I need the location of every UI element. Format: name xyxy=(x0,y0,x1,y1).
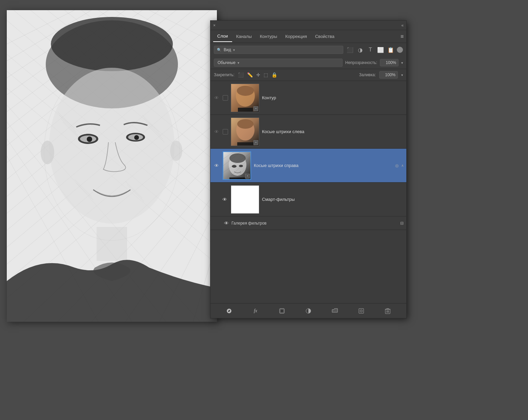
layer1-checkbox[interactable] xyxy=(223,95,228,101)
svg-point-72 xyxy=(237,119,253,129)
lock-pixels-icon[interactable]: ⬛ xyxy=(238,72,244,78)
layer2-thumb-corner: + xyxy=(253,140,258,145)
panel-close-button[interactable]: × xyxy=(213,23,216,28)
lock-label: Закрепить: xyxy=(214,72,235,77)
fx-icon[interactable]: fx xyxy=(251,306,260,316)
layers-panel: × « Слои Каналы Контуры Коррекция Свойст… xyxy=(210,20,407,318)
pixel-filter-icon[interactable]: ⬛ xyxy=(346,46,354,54)
panel-header-bar: × « xyxy=(210,21,406,30)
svg-rect-73 xyxy=(237,142,253,146)
blend-row: Обычные ▾ Непрозрачность: 100% ▾ xyxy=(210,57,406,69)
lock-position-icon[interactable]: ✏️ xyxy=(247,72,253,78)
smart-filter-icon[interactable]: 📋 xyxy=(387,46,395,54)
search-row: 🔍 Вид ▾ ⬛ ◑ T ⬜ 📋 xyxy=(210,43,406,57)
search-dropdown-label: Вид xyxy=(224,47,231,52)
svg-point-53 xyxy=(170,141,182,161)
layer2-checkbox[interactable] xyxy=(223,129,228,134)
opacity-dropdown-arrow[interactable]: ▾ xyxy=(401,61,403,65)
fill-value[interactable]: 100% xyxy=(379,71,398,79)
layer3-fx-icon: ◎ xyxy=(395,163,399,168)
svg-rect-79 xyxy=(229,177,246,179)
new-adjustment-layer-icon[interactable] xyxy=(304,306,313,316)
smart-object-name: Смарт-фильтры xyxy=(262,197,404,202)
delete-layer-icon[interactable] xyxy=(383,306,392,316)
layer-filter-dropdown[interactable]: 🔍 Вид ▾ xyxy=(214,46,343,54)
text-filter-icon[interactable]: T xyxy=(366,46,374,54)
search-icon: 🔍 xyxy=(217,48,222,52)
smart-object-thumb-content xyxy=(231,186,259,213)
opacity-label: Непрозрачность: xyxy=(345,60,377,65)
lock-crop-icon[interactable]: ⬚ xyxy=(264,72,268,78)
sketch-canvas xyxy=(7,10,217,322)
layer-item-kosye-sprava[interactable]: 👁 xyxy=(210,149,406,183)
link-layers-icon[interactable] xyxy=(224,306,234,316)
tabs-menu-icon[interactable]: ≡ xyxy=(401,34,404,40)
layer2-visibility[interactable]: 👁 xyxy=(213,129,220,134)
svg-point-44 xyxy=(49,68,175,224)
shape-filter-icon[interactable]: ⬜ xyxy=(377,46,385,54)
canvas-area xyxy=(7,10,217,322)
tab-channels[interactable]: Каналы xyxy=(232,31,256,42)
svg-point-49 xyxy=(87,136,92,142)
lock-icons: ⬛ ✏️ ✛ ⬚ 🔒 xyxy=(238,72,277,78)
smart-object-thumbnail xyxy=(231,185,259,214)
layer3-thumb-corner: + xyxy=(245,174,250,178)
add-mask-icon[interactable] xyxy=(357,306,366,316)
new-group-icon[interactable] xyxy=(330,306,340,316)
layer-item-kontur[interactable]: 👁 xyxy=(210,81,406,115)
layer2-name: Косые штрихи слева xyxy=(262,129,404,134)
layer1-visibility[interactable]: 👁 xyxy=(213,95,220,101)
lock-all-icon[interactable]: 🔒 xyxy=(271,72,277,78)
layer1-name: Контур xyxy=(262,95,404,100)
tabs-row: Слои Каналы Контуры Коррекция Свойства ≡ xyxy=(210,30,406,43)
layer-type-icons: ⬛ ◑ T ⬜ 📋 xyxy=(346,46,403,54)
layer1-eye-icon[interactable]: 👁 xyxy=(214,95,219,101)
svg-rect-69 xyxy=(238,108,253,112)
lock-artboard-icon[interactable]: ✛ xyxy=(256,72,260,78)
new-fill-layer-icon[interactable] xyxy=(277,306,287,316)
svg-point-52 xyxy=(41,141,54,164)
layer1-thumb-corner: + xyxy=(253,106,258,111)
smart-object-visibility[interactable]: 👁 xyxy=(221,197,228,202)
layer3-eye-icon[interactable]: 👁 xyxy=(214,163,219,168)
blend-mode-dropdown[interactable]: Обычные ▾ xyxy=(214,59,343,67)
layer-item-kosye-sleva[interactable]: 👁 xyxy=(210,115,406,149)
layer3-name: Косые штрихи справа xyxy=(254,163,392,168)
opacity-value[interactable]: 100% xyxy=(380,59,399,66)
blend-mode-label: Обычные xyxy=(218,60,236,65)
layer-item-smart-object[interactable]: 👁 Смарт-фильтры xyxy=(210,183,406,216)
smart-filter-item[interactable]: 👁 Галерея фильтров ⊟ xyxy=(210,216,406,230)
layer3-visibility[interactable]: 👁 xyxy=(213,163,220,168)
svg-point-77 xyxy=(232,165,237,168)
bottom-toolbar: fx xyxy=(210,303,406,318)
smart-filter-eye-icon[interactable]: 👁 xyxy=(224,220,229,226)
blend-dropdown-arrow: ▾ xyxy=(238,61,239,65)
layer2-thumbnail: + xyxy=(231,118,259,146)
tab-corrections[interactable]: Коррекция xyxy=(281,31,311,42)
lock-row: Закрепить: ⬛ ✏️ ✛ ⬚ 🔒 Заливка: 100% ▾ xyxy=(210,69,406,81)
tab-layers[interactable]: Слои xyxy=(213,31,232,42)
search-dropdown-arrow: ▾ xyxy=(233,48,235,52)
layer1-thumbnail: + xyxy=(231,84,259,112)
fill-dropdown-arrow[interactable]: ▾ xyxy=(401,73,403,77)
layers-list: 👁 xyxy=(210,81,406,299)
svg-point-68 xyxy=(237,86,254,96)
svg-point-43 xyxy=(51,17,173,71)
layer3-thumbnail: + xyxy=(223,151,251,180)
layer2-eye-icon[interactable]: 👁 xyxy=(214,129,219,134)
svg-point-78 xyxy=(239,165,243,167)
svg-point-87 xyxy=(281,310,283,312)
panel-collapse-button[interactable]: « xyxy=(401,23,404,28)
svg-point-90 xyxy=(360,310,363,312)
smart-object-eye-icon[interactable]: 👁 xyxy=(222,197,227,202)
tab-paths[interactable]: Контуры xyxy=(256,31,281,42)
fill-label: Заливка: xyxy=(359,72,376,77)
layer3-expand-icon[interactable]: ∧ xyxy=(401,164,404,167)
filter-toggle[interactable] xyxy=(397,47,403,53)
adjustment-filter-icon[interactable]: ◑ xyxy=(356,46,364,54)
tab-properties[interactable]: Свойства xyxy=(311,31,339,42)
smart-filter-adjust-icon[interactable]: ⊟ xyxy=(400,221,404,226)
svg-rect-51 xyxy=(97,227,127,261)
smart-filter-name: Галерея фильтров xyxy=(231,221,398,226)
svg-point-50 xyxy=(134,135,139,140)
